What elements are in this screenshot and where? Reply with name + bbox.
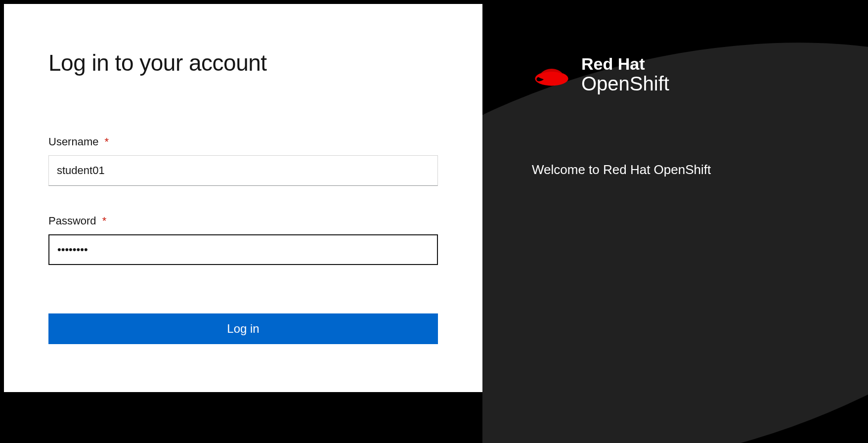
brand-panel: Red Hat OpenShift Welcome to Red Hat Ope… bbox=[482, 0, 868, 443]
username-input[interactable] bbox=[48, 155, 438, 186]
brand-logo-block: Red Hat OpenShift bbox=[532, 55, 669, 94]
login-panel: Log in to your account Username * Passwo… bbox=[4, 4, 482, 392]
password-input[interactable] bbox=[48, 234, 438, 265]
password-field-group: Password * bbox=[48, 215, 438, 265]
brand-line-2: OpenShift bbox=[581, 73, 669, 94]
brand-line-1: Red Hat bbox=[581, 55, 669, 73]
required-mark: * bbox=[102, 215, 107, 227]
username-label-text: Username bbox=[48, 135, 98, 148]
page-title: Log in to your account bbox=[48, 49, 438, 76]
login-button[interactable]: Log in bbox=[48, 313, 438, 344]
required-mark: * bbox=[105, 135, 109, 148]
brand-text: Red Hat OpenShift bbox=[581, 55, 669, 94]
password-label: Password * bbox=[48, 215, 438, 227]
username-field-group: Username * bbox=[48, 135, 438, 186]
username-label: Username * bbox=[48, 135, 438, 148]
redhat-fedora-icon bbox=[532, 59, 571, 90]
password-label-text: Password bbox=[48, 215, 96, 227]
welcome-message: Welcome to Red Hat OpenShift bbox=[532, 162, 711, 177]
